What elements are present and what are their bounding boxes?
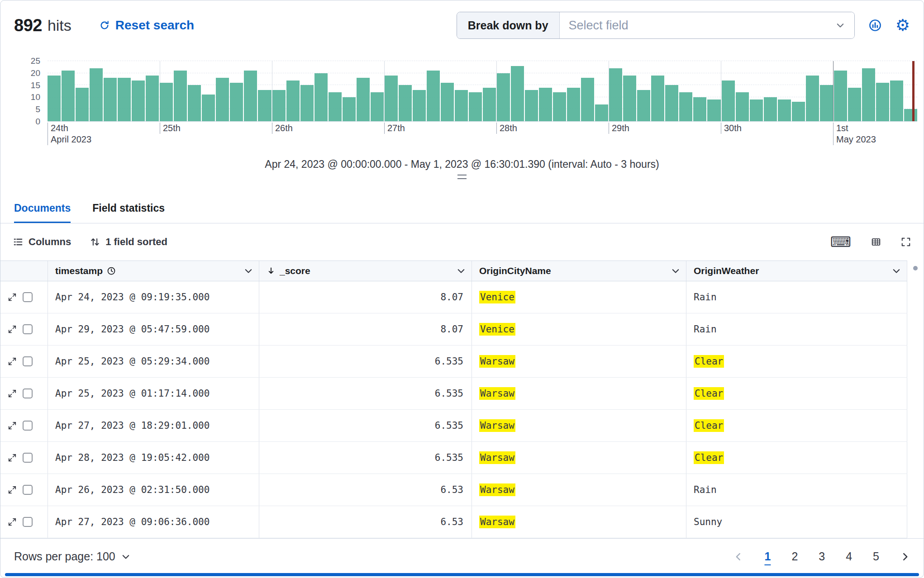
row-controls bbox=[0, 313, 48, 345]
columns-button[interactable]: Columns bbox=[13, 236, 71, 248]
page-button-5[interactable]: 5 bbox=[873, 550, 879, 563]
histogram-bar bbox=[806, 76, 819, 121]
chevron-down-icon[interactable] bbox=[671, 266, 681, 276]
page-button-1[interactable]: 1 bbox=[764, 550, 771, 563]
cell-score: 6.535 bbox=[259, 378, 472, 409]
chevron-down-icon bbox=[121, 552, 131, 562]
histogram-chart: 2520151050 24thApril 202325th26th27th28t… bbox=[0, 50, 924, 156]
expand-row-icon[interactable] bbox=[8, 389, 17, 398]
cell-origin-weather: Sunny bbox=[686, 506, 907, 538]
page-button-4[interactable]: 4 bbox=[846, 550, 852, 563]
page-button-2[interactable]: 2 bbox=[791, 550, 798, 563]
sorted-fields-button[interactable]: 1 field sorted bbox=[90, 236, 167, 248]
select-row-checkbox[interactable] bbox=[23, 324, 33, 334]
select-row-checkbox[interactable] bbox=[23, 485, 33, 495]
clock-icon bbox=[107, 266, 116, 275]
select-row-checkbox[interactable] bbox=[23, 388, 33, 398]
header-timestamp[interactable]: timestamp bbox=[48, 261, 259, 281]
histogram-bar bbox=[258, 90, 271, 121]
cell-timestamp: Apr 29, 2023 @ 05:47:59.000 bbox=[48, 313, 259, 345]
page-button-3[interactable]: 3 bbox=[819, 550, 825, 563]
sort-desc-icon bbox=[267, 266, 276, 275]
gridline bbox=[48, 61, 917, 61]
table-row: Apr 27, 2023 @ 09:06:36.000 6.53 Warsaw … bbox=[0, 506, 907, 538]
breakdown-placeholder: Select field bbox=[569, 19, 629, 33]
reset-search-button[interactable]: Reset search bbox=[100, 18, 194, 33]
x-tick-label: 24thApril 2023 bbox=[48, 123, 91, 145]
histogram-bar bbox=[665, 85, 678, 121]
histogram-bar bbox=[146, 76, 159, 121]
x-tick-label: 1stMay 2023 bbox=[833, 123, 876, 145]
header-origin-city[interactable]: OriginCityName bbox=[472, 261, 686, 281]
breakdown-field-select[interactable]: Select field bbox=[560, 12, 854, 38]
expand-row-icon[interactable] bbox=[8, 293, 17, 302]
table-footer: Rows per page: 100 12345 bbox=[0, 538, 924, 574]
histogram-bar bbox=[848, 88, 861, 121]
y-tick-label: 10 bbox=[31, 92, 40, 102]
sorted-fields-label: 1 field sorted bbox=[105, 236, 167, 248]
edit-visualization-button[interactable] bbox=[868, 19, 882, 32]
expand-row-icon[interactable] bbox=[8, 517, 17, 526]
header-origin-weather[interactable]: OriginWeather bbox=[686, 261, 907, 281]
select-row-checkbox[interactable] bbox=[23, 453, 33, 463]
histogram-bar bbox=[736, 92, 749, 121]
histogram-bar bbox=[567, 88, 580, 121]
expand-row-icon[interactable] bbox=[8, 325, 17, 334]
keyboard-shortcuts-button[interactable]: ⌨ bbox=[830, 235, 851, 249]
cell-origin-weather: Rain bbox=[686, 313, 907, 345]
select-row-checkbox[interactable] bbox=[23, 356, 33, 366]
display-options-button[interactable] bbox=[871, 237, 881, 247]
table-header: timestamp _score OriginCityName OriginWe… bbox=[0, 261, 907, 281]
histogram-bar bbox=[834, 71, 847, 121]
tab-documents[interactable]: Documents bbox=[14, 202, 71, 223]
fullscreen-button[interactable] bbox=[901, 237, 911, 247]
chevron-down-icon[interactable] bbox=[243, 266, 253, 276]
chevron-down-icon[interactable] bbox=[456, 266, 466, 276]
next-page-button[interactable] bbox=[900, 552, 910, 562]
hits-label: hits bbox=[48, 17, 71, 34]
cell-timestamp: Apr 25, 2023 @ 01:17:14.000 bbox=[48, 378, 259, 409]
resize-handle[interactable] bbox=[457, 175, 467, 179]
cell-origin-weather: Clear bbox=[686, 442, 907, 474]
cell-origin-weather: Clear bbox=[686, 378, 907, 409]
chevron-left-icon bbox=[733, 552, 743, 562]
histogram-bar bbox=[750, 99, 763, 121]
header-score[interactable]: _score bbox=[259, 261, 472, 281]
cell-origin-city: Warsaw bbox=[472, 410, 686, 441]
discover-app: 892 hits Reset search Break down by Sele… bbox=[0, 0, 924, 578]
rows-per-page-button[interactable]: Rows per page: 100 bbox=[14, 550, 131, 563]
histogram-bar bbox=[413, 90, 426, 121]
keyboard-icon: ⌨ bbox=[830, 235, 851, 249]
chart-options-button[interactable]: ⚙ bbox=[895, 17, 910, 33]
cell-timestamp: Apr 26, 2023 @ 02:31:50.000 bbox=[48, 474, 259, 506]
tab-field-statistics[interactable]: Field statistics bbox=[92, 202, 165, 223]
select-row-checkbox[interactable] bbox=[23, 292, 33, 302]
expand-row-icon[interactable] bbox=[8, 357, 17, 366]
time-range-caption: Apr 24, 2023 @ 00:00:00.000 - May 1, 202… bbox=[0, 158, 924, 171]
previous-page-button[interactable] bbox=[733, 552, 743, 562]
cell-score: 6.535 bbox=[259, 346, 472, 377]
histogram-bar bbox=[778, 99, 791, 121]
expand-row-icon[interactable] bbox=[8, 421, 17, 430]
row-controls bbox=[0, 378, 48, 409]
histogram-bar bbox=[76, 88, 89, 121]
scrollbar-thumb[interactable] bbox=[913, 266, 918, 270]
histogram-bar bbox=[244, 71, 257, 121]
cell-score: 8.07 bbox=[259, 313, 472, 345]
histogram-bar bbox=[90, 68, 103, 121]
chevron-down-icon[interactable] bbox=[891, 266, 901, 276]
cell-origin-weather: Clear bbox=[686, 410, 907, 441]
expand-row-icon[interactable] bbox=[8, 453, 17, 462]
select-row-checkbox[interactable] bbox=[23, 517, 33, 527]
histogram-bar bbox=[764, 97, 777, 121]
select-row-checkbox[interactable] bbox=[23, 421, 33, 431]
histogram-bar bbox=[511, 66, 524, 121]
time-range-end-marker bbox=[912, 61, 914, 121]
top-bar: 892 hits Reset search Break down by Sele… bbox=[0, 0, 924, 50]
expand-row-icon[interactable] bbox=[8, 485, 17, 494]
chevron-right-icon bbox=[900, 552, 910, 562]
histogram-bar bbox=[679, 92, 692, 121]
histogram-bar bbox=[174, 71, 187, 121]
histogram-plot[interactable] bbox=[48, 61, 917, 122]
cell-timestamp: Apr 27, 2023 @ 09:06:36.000 bbox=[48, 506, 259, 538]
